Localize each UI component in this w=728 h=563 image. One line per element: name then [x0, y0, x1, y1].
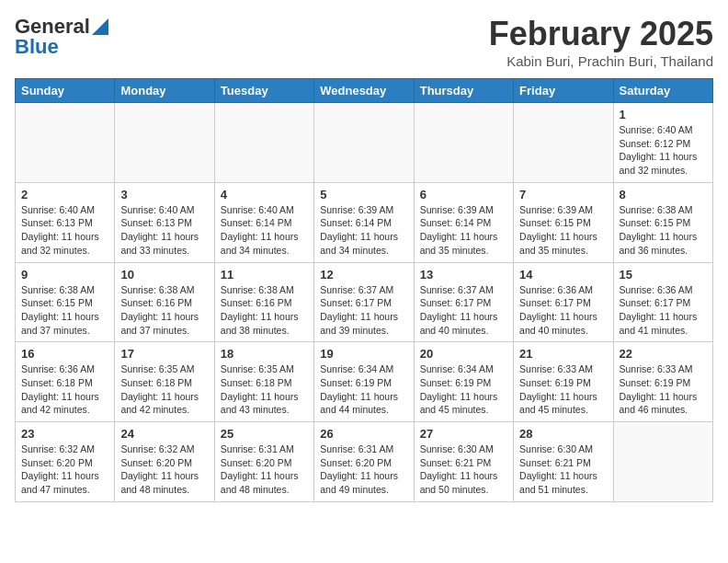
- logo-arrow-icon: [92, 18, 108, 35]
- calendar-cell: [16, 103, 115, 183]
- day-info: Sunrise: 6:39 AM Sunset: 6:14 PM Dayligh…: [420, 203, 507, 258]
- day-info: Sunrise: 6:33 AM Sunset: 6:19 PM Dayligh…: [519, 362, 607, 417]
- day-info: Sunrise: 6:33 AM Sunset: 6:19 PM Dayligh…: [620, 362, 707, 417]
- day-info: Sunrise: 6:38 AM Sunset: 6:16 PM Dayligh…: [221, 283, 308, 338]
- week-row-4: 16Sunrise: 6:36 AM Sunset: 6:18 PM Dayli…: [16, 342, 713, 422]
- calendar-cell: 8Sunrise: 6:38 AM Sunset: 6:15 PM Daylig…: [613, 182, 712, 262]
- calendar-cell: 9Sunrise: 6:38 AM Sunset: 6:15 PM Daylig…: [16, 262, 115, 342]
- day-info: Sunrise: 6:34 AM Sunset: 6:19 PM Dayligh…: [320, 362, 407, 417]
- calendar-cell: 23Sunrise: 6:32 AM Sunset: 6:20 PM Dayli…: [16, 422, 115, 502]
- day-number: 7: [519, 188, 607, 201]
- calendar-cell: 12Sunrise: 6:37 AM Sunset: 6:17 PM Dayli…: [314, 262, 414, 342]
- day-number: 8: [620, 188, 707, 201]
- day-number: 10: [120, 268, 208, 282]
- calendar-cell: 5Sunrise: 6:39 AM Sunset: 6:14 PM Daylig…: [314, 182, 414, 262]
- day-info: Sunrise: 6:39 AM Sunset: 6:14 PM Dayligh…: [320, 203, 407, 258]
- title-area: February 2025 Kabin Buri, Prachin Buri, …: [489, 15, 713, 69]
- day-info: Sunrise: 6:38 AM Sunset: 6:15 PM Dayligh…: [21, 283, 108, 338]
- day-info: Sunrise: 6:31 AM Sunset: 6:20 PM Dayligh…: [221, 442, 308, 497]
- day-number: 13: [420, 268, 507, 282]
- calendar-cell: 24Sunrise: 6:32 AM Sunset: 6:20 PM Dayli…: [115, 422, 214, 502]
- day-number: 21: [519, 347, 607, 361]
- day-number: 1: [620, 108, 707, 121]
- svg-marker-0: [92, 18, 108, 35]
- day-number: 18: [221, 347, 308, 361]
- calendar-cell: 25Sunrise: 6:31 AM Sunset: 6:20 PM Dayli…: [214, 422, 313, 502]
- day-info: Sunrise: 6:36 AM Sunset: 6:18 PM Dayligh…: [21, 362, 108, 417]
- day-info: Sunrise: 6:31 AM Sunset: 6:20 PM Dayligh…: [320, 442, 407, 497]
- calendar-cell: 13Sunrise: 6:37 AM Sunset: 6:17 PM Dayli…: [414, 262, 513, 342]
- day-number: 20: [420, 347, 507, 361]
- day-number: 27: [420, 427, 507, 441]
- day-info: Sunrise: 6:32 AM Sunset: 6:20 PM Dayligh…: [21, 442, 108, 497]
- day-number: 25: [221, 427, 308, 441]
- weekday-header-sunday: Sunday: [16, 79, 115, 103]
- calendar-cell: 3Sunrise: 6:40 AM Sunset: 6:13 PM Daylig…: [115, 182, 214, 262]
- day-number: 14: [519, 268, 607, 282]
- calendar-cell: 6Sunrise: 6:39 AM Sunset: 6:14 PM Daylig…: [414, 182, 513, 262]
- weekday-header-row: SundayMondayTuesdayWednesdayThursdayFrid…: [16, 79, 713, 103]
- location: Kabin Buri, Prachin Buri, Thailand: [489, 53, 713, 69]
- day-info: Sunrise: 6:37 AM Sunset: 6:17 PM Dayligh…: [420, 283, 507, 338]
- calendar-cell: 18Sunrise: 6:35 AM Sunset: 6:18 PM Dayli…: [214, 342, 313, 422]
- calendar-cell: 11Sunrise: 6:38 AM Sunset: 6:16 PM Dayli…: [214, 262, 313, 342]
- calendar-cell: 4Sunrise: 6:40 AM Sunset: 6:14 PM Daylig…: [214, 182, 313, 262]
- week-row-2: 2Sunrise: 6:40 AM Sunset: 6:13 PM Daylig…: [16, 182, 713, 262]
- day-number: 3: [120, 188, 208, 201]
- calendar-cell: [414, 103, 513, 183]
- weekday-header-tuesday: Tuesday: [214, 79, 313, 103]
- calendar-cell: [214, 103, 313, 183]
- day-info: Sunrise: 6:39 AM Sunset: 6:15 PM Dayligh…: [519, 203, 607, 258]
- day-number: 24: [120, 427, 208, 441]
- page-header: General Blue February 2025 Kabin Buri, P…: [15, 15, 713, 69]
- day-number: 17: [120, 347, 208, 361]
- calendar-cell: 16Sunrise: 6:36 AM Sunset: 6:18 PM Dayli…: [16, 342, 115, 422]
- logo-blue: Blue: [15, 35, 59, 59]
- weekday-header-monday: Monday: [115, 79, 214, 103]
- day-number: 22: [620, 347, 707, 361]
- day-number: 11: [221, 268, 308, 282]
- day-info: Sunrise: 6:36 AM Sunset: 6:17 PM Dayligh…: [519, 283, 607, 338]
- calendar-cell: 7Sunrise: 6:39 AM Sunset: 6:15 PM Daylig…: [514, 182, 613, 262]
- calendar-cell: [314, 103, 414, 183]
- calendar-cell: 19Sunrise: 6:34 AM Sunset: 6:19 PM Dayli…: [314, 342, 414, 422]
- day-info: Sunrise: 6:34 AM Sunset: 6:19 PM Dayligh…: [420, 362, 507, 417]
- calendar-cell: [115, 103, 214, 183]
- day-number: 16: [21, 347, 108, 361]
- day-info: Sunrise: 6:37 AM Sunset: 6:17 PM Dayligh…: [320, 283, 407, 338]
- day-number: 26: [320, 427, 407, 441]
- calendar-cell: 20Sunrise: 6:34 AM Sunset: 6:19 PM Dayli…: [414, 342, 513, 422]
- day-info: Sunrise: 6:38 AM Sunset: 6:15 PM Dayligh…: [620, 203, 707, 258]
- day-info: Sunrise: 6:36 AM Sunset: 6:17 PM Dayligh…: [620, 283, 707, 338]
- day-info: Sunrise: 6:35 AM Sunset: 6:18 PM Dayligh…: [221, 362, 308, 417]
- weekday-header-saturday: Saturday: [613, 79, 712, 103]
- day-number: 19: [320, 347, 407, 361]
- weekday-header-friday: Friday: [514, 79, 613, 103]
- day-number: 6: [420, 188, 507, 201]
- day-info: Sunrise: 6:30 AM Sunset: 6:21 PM Dayligh…: [420, 442, 507, 497]
- calendar-cell: 21Sunrise: 6:33 AM Sunset: 6:19 PM Dayli…: [514, 342, 613, 422]
- calendar-cell: 26Sunrise: 6:31 AM Sunset: 6:20 PM Dayli…: [314, 422, 414, 502]
- day-info: Sunrise: 6:40 AM Sunset: 6:13 PM Dayligh…: [21, 203, 108, 258]
- calendar-cell: 1Sunrise: 6:40 AM Sunset: 6:12 PM Daylig…: [613, 103, 712, 183]
- weekday-header-thursday: Thursday: [414, 79, 513, 103]
- calendar-cell: 22Sunrise: 6:33 AM Sunset: 6:19 PM Dayli…: [613, 342, 712, 422]
- calendar-table: SundayMondayTuesdayWednesdayThursdayFrid…: [15, 78, 713, 502]
- day-info: Sunrise: 6:38 AM Sunset: 6:16 PM Dayligh…: [120, 283, 208, 338]
- day-info: Sunrise: 6:30 AM Sunset: 6:21 PM Dayligh…: [519, 442, 607, 497]
- week-row-5: 23Sunrise: 6:32 AM Sunset: 6:20 PM Dayli…: [16, 422, 713, 502]
- calendar-cell: 17Sunrise: 6:35 AM Sunset: 6:18 PM Dayli…: [115, 342, 214, 422]
- month-title: February 2025: [489, 15, 713, 53]
- week-row-1: 1Sunrise: 6:40 AM Sunset: 6:12 PM Daylig…: [16, 103, 713, 183]
- calendar-cell: 28Sunrise: 6:30 AM Sunset: 6:21 PM Dayli…: [514, 422, 613, 502]
- calendar-cell: 14Sunrise: 6:36 AM Sunset: 6:17 PM Dayli…: [514, 262, 613, 342]
- day-number: 2: [21, 188, 108, 201]
- day-info: Sunrise: 6:32 AM Sunset: 6:20 PM Dayligh…: [120, 442, 208, 497]
- day-number: 9: [21, 268, 108, 282]
- day-info: Sunrise: 6:40 AM Sunset: 6:14 PM Dayligh…: [221, 203, 308, 258]
- calendar-cell: 27Sunrise: 6:30 AM Sunset: 6:21 PM Dayli…: [414, 422, 513, 502]
- day-info: Sunrise: 6:40 AM Sunset: 6:13 PM Dayligh…: [120, 203, 208, 258]
- day-number: 12: [320, 268, 407, 282]
- day-info: Sunrise: 6:35 AM Sunset: 6:18 PM Dayligh…: [120, 362, 208, 417]
- calendar-cell: 10Sunrise: 6:38 AM Sunset: 6:16 PM Dayli…: [115, 262, 214, 342]
